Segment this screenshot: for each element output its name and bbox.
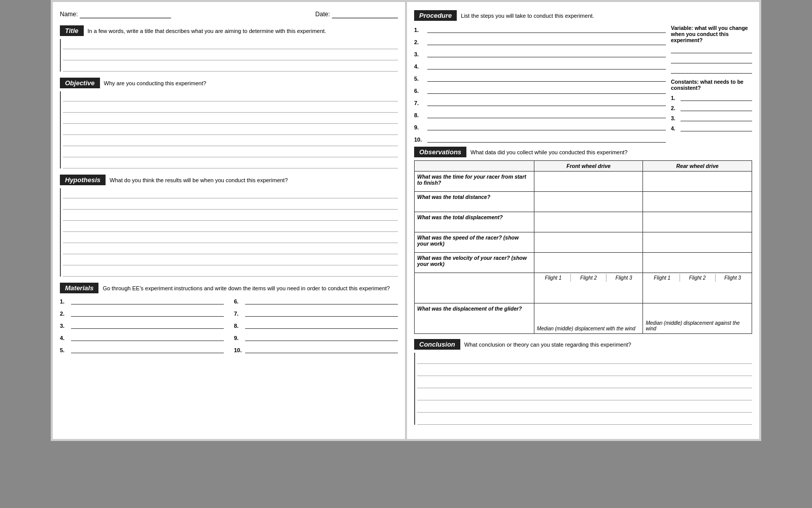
glider-front-data-cell[interactable]: Median (middle) displacement with the wi… bbox=[534, 303, 643, 334]
const-line-1[interactable] bbox=[681, 93, 752, 101]
step-line-7[interactable] bbox=[427, 98, 666, 106]
step-line-9[interactable] bbox=[427, 122, 666, 130]
obj-line-3[interactable] bbox=[63, 114, 398, 124]
procedure-label: Procedure bbox=[414, 10, 457, 21]
const-num-4: 4. bbox=[671, 125, 679, 131]
step-line-1[interactable] bbox=[427, 25, 666, 33]
step-line-5[interactable] bbox=[427, 74, 666, 82]
step-10: 10. bbox=[414, 134, 666, 143]
conclusion-writing-area bbox=[414, 353, 752, 425]
step-line-4[interactable] bbox=[427, 61, 666, 70]
glider-rear-data-cell[interactable]: Median (middle) displacement against the… bbox=[643, 303, 752, 334]
mat-line-3[interactable] bbox=[71, 321, 224, 329]
obs-cell-front-1[interactable] bbox=[534, 172, 643, 192]
obs-cell-front-4[interactable] bbox=[534, 232, 643, 253]
procedure-steps: 1. 2. 3. 4. 5. bbox=[414, 25, 666, 147]
hyp-line-6[interactable] bbox=[63, 244, 398, 254]
hyp-line-2[interactable] bbox=[63, 199, 398, 210]
flight-3-rear-label: Flight 3 bbox=[716, 274, 751, 282]
mat-num-3: 3. bbox=[60, 323, 69, 329]
conclusion-instruction: What conclusion or theory can you state … bbox=[464, 342, 752, 348]
table-col-rear-wheel: Rear wheel drive bbox=[643, 161, 752, 172]
name-input-line[interactable] bbox=[80, 10, 171, 18]
conc-line-2[interactable] bbox=[417, 365, 752, 376]
hyp-line-3[interactable] bbox=[63, 211, 398, 221]
const-line-2[interactable] bbox=[681, 103, 752, 111]
step-num-8: 8. bbox=[414, 112, 425, 118]
mat-num-10: 10. bbox=[234, 347, 243, 353]
title-line-2[interactable] bbox=[63, 50, 398, 60]
hyp-line-8[interactable] bbox=[63, 266, 398, 277]
hyp-line-1[interactable] bbox=[63, 188, 398, 198]
obs-row-label-2: What was the total distance? bbox=[415, 192, 534, 212]
obs-cell-rear-1[interactable] bbox=[643, 172, 752, 192]
step-3: 3. bbox=[414, 49, 666, 57]
header-row: Name: Date: bbox=[60, 10, 398, 18]
mat-line-2[interactable] bbox=[71, 309, 224, 317]
step-2: 2. bbox=[414, 37, 666, 45]
mat-line-9[interactable] bbox=[245, 333, 398, 341]
conc-line-1[interactable] bbox=[417, 353, 752, 364]
variable-line-3[interactable] bbox=[671, 65, 752, 74]
step-num-10: 10. bbox=[414, 137, 425, 143]
conc-line-4[interactable] bbox=[417, 389, 752, 400]
variable-line-1[interactable] bbox=[671, 45, 752, 53]
conc-line-5[interactable] bbox=[417, 401, 752, 413]
mat-line-10[interactable] bbox=[245, 345, 398, 353]
obj-line-1[interactable] bbox=[63, 91, 398, 101]
table-row: What was the velocity of your racer? (sh… bbox=[415, 253, 752, 273]
median-front-label: Median (middle) displacement with the wi… bbox=[537, 326, 640, 331]
obj-line-5[interactable] bbox=[63, 136, 398, 146]
step-4: 4. bbox=[414, 61, 666, 70]
variable-line-2[interactable] bbox=[671, 55, 752, 63]
mat-line-1[interactable] bbox=[71, 296, 224, 304]
mat-line-7[interactable] bbox=[245, 309, 398, 317]
title-line-3[interactable] bbox=[63, 61, 398, 72]
const-num-3: 3. bbox=[671, 115, 679, 121]
obs-cell-rear-3[interactable] bbox=[643, 212, 752, 232]
observations-label: Observations bbox=[414, 147, 466, 157]
materials-col-1: 1. 2. 3. 4. 5. bbox=[60, 296, 224, 357]
mat-line-6[interactable] bbox=[245, 296, 398, 304]
objective-writing-area bbox=[60, 91, 398, 168]
materials-label: Materials bbox=[60, 283, 98, 293]
table-row: What was the total displacement? bbox=[415, 212, 752, 232]
mat-line-4[interactable] bbox=[71, 333, 224, 341]
title-line-1[interactable] bbox=[63, 39, 398, 49]
obs-cell-rear-4[interactable] bbox=[643, 232, 752, 253]
step-line-2[interactable] bbox=[427, 37, 666, 45]
conc-line-3[interactable] bbox=[417, 377, 752, 388]
hyp-line-7[interactable] bbox=[63, 255, 398, 265]
mat-num-9: 9. bbox=[234, 335, 243, 341]
obj-line-4[interactable] bbox=[63, 125, 398, 135]
obs-cell-rear-2[interactable] bbox=[643, 192, 752, 212]
step-num-1: 1. bbox=[414, 27, 425, 33]
conclusion-section-header: Conclusion What conclusion or theory can… bbox=[414, 339, 752, 350]
obj-line-7[interactable] bbox=[63, 158, 398, 168]
hyp-line-4[interactable] bbox=[63, 222, 398, 232]
const-line-3[interactable] bbox=[681, 113, 752, 121]
mat-line-5[interactable] bbox=[71, 345, 224, 353]
step-5: 5. bbox=[414, 74, 666, 82]
step-line-10[interactable] bbox=[427, 134, 666, 143]
const-line-4[interactable] bbox=[681, 123, 752, 131]
mat-num-2: 2. bbox=[60, 311, 69, 317]
conc-line-6[interactable] bbox=[417, 414, 752, 425]
observations-table: Front wheel drive Rear wheel drive What … bbox=[414, 160, 752, 334]
mat-line-8[interactable] bbox=[245, 321, 398, 329]
hyp-line-5[interactable] bbox=[63, 233, 398, 243]
obs-cell-front-2[interactable] bbox=[534, 192, 643, 212]
left-panel: Name: Date: Title In a few words, write … bbox=[53, 2, 405, 439]
obj-line-6[interactable] bbox=[63, 147, 398, 157]
obs-cell-rear-5[interactable] bbox=[643, 253, 752, 273]
step-line-6[interactable] bbox=[427, 86, 666, 94]
step-7: 7. bbox=[414, 98, 666, 106]
obs-cell-front-5[interactable] bbox=[534, 253, 643, 273]
date-input-line[interactable] bbox=[332, 10, 398, 18]
obs-cell-front-3[interactable] bbox=[534, 212, 643, 232]
step-line-3[interactable] bbox=[427, 49, 666, 57]
step-line-8[interactable] bbox=[427, 110, 666, 118]
step-num-5: 5. bbox=[414, 76, 425, 82]
obj-line-2[interactable] bbox=[63, 103, 398, 113]
median-rear-label: Median (middle) displacement against the… bbox=[646, 320, 749, 331]
